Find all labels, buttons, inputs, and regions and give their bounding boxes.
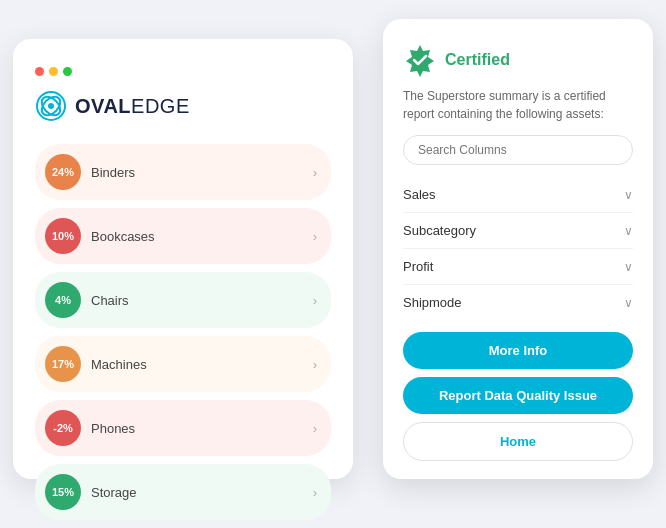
list-item-binders[interactable]: 24% Binders › — [35, 144, 331, 200]
ovaledge-logo-icon — [35, 90, 67, 122]
column-item-profit[interactable]: Profit ∨ — [403, 249, 633, 285]
window-controls — [35, 67, 331, 76]
chevron-right-icon: › — [313, 485, 317, 500]
category-list: 24% Binders › 10% Bookcases › 4% Chairs … — [35, 144, 331, 528]
column-item-subcategory[interactable]: Subcategory ∨ — [403, 213, 633, 249]
scene: OVALEDGE 24% Binders › 10% Bookcases › 4… — [13, 19, 653, 509]
right-card: Certified The Superstore summary is a ce… — [383, 19, 653, 479]
badge-storage: 15% — [45, 474, 81, 510]
list-item-left: 4% Chairs — [45, 282, 129, 318]
list-item-left: 17% Machines — [45, 346, 147, 382]
list-item-storage[interactable]: 15% Storage › — [35, 464, 331, 520]
chevron-down-icon: ∨ — [624, 224, 633, 238]
certified-label: Certified — [445, 51, 510, 69]
dot-yellow — [49, 67, 58, 76]
chevron-right-icon: › — [313, 293, 317, 308]
action-buttons: More Info Report Data Quality Issue Home — [403, 332, 633, 461]
list-item-bookcases[interactable]: 10% Bookcases › — [35, 208, 331, 264]
badge-phones: -2% — [45, 410, 81, 446]
chevron-right-icon: › — [313, 229, 317, 244]
list-item-left: -2% Phones — [45, 410, 135, 446]
column-name: Subcategory — [403, 223, 476, 238]
chevron-down-icon: ∨ — [624, 188, 633, 202]
column-item-shipmode[interactable]: Shipmode ∨ — [403, 285, 633, 320]
column-list: Sales ∨ Subcategory ∨ Profit ∨ Shipmode … — [403, 177, 633, 320]
badge-machines: 17% — [45, 346, 81, 382]
certified-description: The Superstore summary is a certified re… — [403, 87, 633, 123]
dot-red — [35, 67, 44, 76]
badge-bookcases: 10% — [45, 218, 81, 254]
chevron-down-icon: ∨ — [624, 296, 633, 310]
list-item-left: 15% Storage — [45, 474, 137, 510]
chevron-right-icon: › — [313, 165, 317, 180]
dot-green — [63, 67, 72, 76]
logo-text: OVALEDGE — [75, 95, 190, 118]
label-storage: Storage — [91, 485, 137, 500]
column-name: Sales — [403, 187, 436, 202]
certified-icon — [403, 43, 437, 77]
column-name: Shipmode — [403, 295, 462, 310]
report-quality-button[interactable]: Report Data Quality Issue — [403, 377, 633, 414]
more-info-button[interactable]: More Info — [403, 332, 633, 369]
label-phones: Phones — [91, 421, 135, 436]
chevron-right-icon: › — [313, 421, 317, 436]
column-name: Profit — [403, 259, 433, 274]
label-machines: Machines — [91, 357, 147, 372]
list-item-left: 24% Binders — [45, 154, 135, 190]
list-item-machines[interactable]: 17% Machines › — [35, 336, 331, 392]
badge-chairs: 4% — [45, 282, 81, 318]
label-chairs: Chairs — [91, 293, 129, 308]
home-button[interactable]: Home — [403, 422, 633, 461]
chevron-down-icon: ∨ — [624, 260, 633, 274]
chevron-right-icon: › — [313, 357, 317, 372]
badge-binders: 24% — [45, 154, 81, 190]
svg-point-3 — [48, 103, 54, 109]
left-card: OVALEDGE 24% Binders › 10% Bookcases › 4… — [13, 39, 353, 479]
logo: OVALEDGE — [35, 90, 331, 122]
column-item-sales[interactable]: Sales ∨ — [403, 177, 633, 213]
label-bookcases: Bookcases — [91, 229, 155, 244]
label-binders: Binders — [91, 165, 135, 180]
list-item-phones[interactable]: -2% Phones › — [35, 400, 331, 456]
list-item-left: 10% Bookcases — [45, 218, 155, 254]
certified-header: Certified — [403, 43, 633, 77]
search-input[interactable] — [403, 135, 633, 165]
list-item-chairs[interactable]: 4% Chairs › — [35, 272, 331, 328]
